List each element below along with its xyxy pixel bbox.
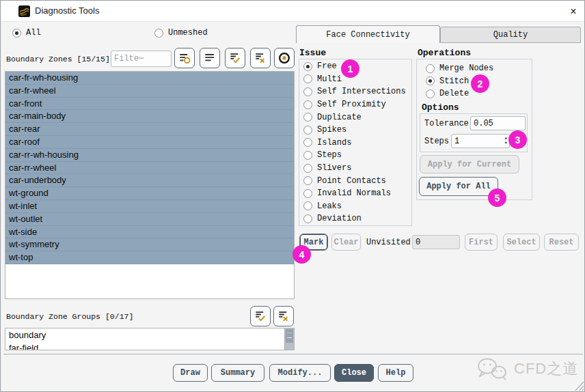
tab-quality[interactable]: Quality: [440, 27, 581, 43]
select-all-groups-button[interactable]: [250, 306, 271, 326]
issue-option-point-contacts[interactable]: Point Contacts: [303, 174, 411, 187]
radio-icon: [303, 100, 312, 109]
annotation-badge-5: 5: [488, 188, 506, 207]
radio-label: Free: [317, 61, 337, 71]
radio-icon: [303, 74, 312, 83]
radio-icon: [303, 214, 312, 223]
page-title: Diagnostic Tools: [35, 5, 99, 16]
draw-selection-button[interactable]: [274, 48, 295, 68]
radio-icon: [154, 29, 163, 38]
issue-option-islands[interactable]: Islands: [303, 137, 411, 150]
radio-label: Leaks: [317, 201, 342, 211]
title-bar: Diagnostic Tools ×: [1, 1, 584, 22]
zone-list-item[interactable]: wt-top: [5, 251, 294, 264]
zone-list-item[interactable]: car-rr-wh-housing: [5, 149, 294, 162]
radio-icon: [303, 176, 312, 185]
issue-option-deviation[interactable]: Deviation: [303, 212, 411, 225]
apply-for-current-button[interactable]: Apply for Current: [420, 155, 519, 173]
annotation-badge-3: 3: [508, 130, 527, 149]
zone-filter-input[interactable]: [111, 51, 172, 67]
filter-options-button[interactable]: [174, 48, 195, 68]
tab-face-connectivity[interactable]: Face Connectivity: [296, 25, 440, 43]
radio-label: Slivers: [317, 163, 351, 173]
scope-radio-all[interactable]: All: [12, 28, 41, 38]
boundary-zones-label: Boundary Zones [15/15]: [6, 55, 110, 64]
modify-button[interactable]: Modify...: [269, 364, 331, 382]
issue-option-steps[interactable]: Steps: [303, 149, 411, 162]
radio-label: Delete: [439, 89, 469, 98]
zone-list-item[interactable]: car-fr-wh-housing: [5, 72, 294, 85]
zone-list-item[interactable]: car-underbody: [5, 174, 294, 187]
tolerance-input[interactable]: [470, 116, 526, 130]
clear-button[interactable]: Clear: [331, 234, 361, 251]
issue-option-multi[interactable]: Multi: [303, 73, 411, 86]
scrollbar-thumb[interactable]: [286, 329, 293, 343]
issue-option-invalid-normals[interactable]: Invalid Normals: [303, 187, 411, 200]
zone-list-item[interactable]: car-fr-wheel: [5, 85, 294, 98]
radio-icon: [426, 76, 435, 85]
steps-spinner[interactable]: ▲▼: [504, 135, 507, 148]
list-icon: [203, 51, 217, 65]
deselect-all-groups-button[interactable]: [273, 306, 294, 326]
issue-option-leaks[interactable]: Leaks: [303, 200, 411, 213]
first-button[interactable]: First: [465, 234, 498, 251]
radio-label: Islands: [317, 138, 351, 148]
zone-list-item[interactable]: car-rear: [5, 123, 294, 136]
zone-list-item[interactable]: wt-symmetry: [5, 238, 294, 251]
radio-icon: [303, 113, 312, 122]
zone-list-item[interactable]: car-main-body: [5, 110, 294, 123]
help-button[interactable]: Help: [378, 364, 413, 382]
spin-down-icon[interactable]: ▼: [504, 141, 507, 145]
zone-list-item[interactable]: wt-inlet: [5, 200, 294, 213]
issue-option-duplicate[interactable]: Duplicate: [303, 111, 411, 124]
group-list-item[interactable]: boundary: [5, 328, 294, 341]
issue-option-slivers[interactable]: Slivers: [303, 162, 411, 175]
diagnostic-tools-dialog: Diagnostic Tools × All Unmeshed Boundary…: [0, 0, 585, 392]
tab-label: Quality: [493, 30, 528, 40]
close-icon[interactable]: ×: [565, 3, 582, 20]
zone-list-item[interactable]: wt-side: [5, 226, 294, 239]
scope-radio-unmeshed[interactable]: Unmeshed: [154, 28, 208, 38]
apply-for-all-button[interactable]: Apply for All: [419, 177, 498, 196]
deselect-all-zones-button[interactable]: [250, 48, 271, 68]
group-list-item[interactable]: far-field: [5, 341, 294, 350]
filter-icon: [178, 51, 191, 65]
groups-scrollbar[interactable]: [284, 328, 294, 350]
deselect-all-icon: [277, 309, 290, 323]
zone-list-item[interactable]: wt-ground: [5, 187, 294, 200]
annotation-badge-1: 1: [341, 59, 359, 78]
radio-label: Point Contacts: [317, 176, 386, 186]
radio-icon: [426, 89, 435, 98]
radio-icon: [303, 201, 312, 210]
radio-icon: [303, 87, 312, 96]
list-options-button[interactable]: [200, 48, 220, 68]
issue-option-self-intersections[interactable]: Self Intersections: [303, 85, 411, 98]
radio-label: Stitch: [439, 76, 469, 86]
unvisited-count-field[interactable]: [412, 235, 460, 249]
draw-button[interactable]: Draw: [173, 364, 208, 382]
zone-list-item[interactable]: car-rr-wheel: [5, 162, 294, 175]
issue-option-self-proximity[interactable]: Self Proximity: [303, 98, 411, 111]
zone-list-item[interactable]: wt-outlet: [5, 213, 294, 226]
select-button[interactable]: Select: [503, 234, 540, 251]
resize-grip[interactable]: [575, 380, 584, 391]
select-all-zones-button[interactable]: [225, 48, 245, 68]
radio-label: Deviation: [317, 214, 362, 223]
summary-button[interactable]: Summary: [211, 364, 264, 382]
radio-label: Self Intersections: [317, 87, 406, 96]
radio-label: Spikes: [317, 125, 346, 135]
reset-button[interactable]: Reset: [544, 234, 579, 251]
operation-merge-nodes[interactable]: Merge Nodes: [426, 62, 528, 75]
close-button[interactable]: Close: [334, 364, 374, 382]
radio-icon: [303, 126, 312, 135]
annotation-badge-4: 4: [292, 245, 311, 264]
radio-label: Duplicate: [317, 113, 362, 122]
watermark: CFD之道: [476, 357, 578, 380]
annotation-badge-2: 2: [471, 74, 489, 93]
issue-option-spikes[interactable]: Spikes: [303, 124, 411, 137]
radio-label: All: [26, 28, 41, 38]
steps-input[interactable]: [451, 134, 510, 148]
operations-group-label: Operations: [418, 48, 471, 58]
zone-list-item[interactable]: car-roof: [5, 136, 294, 149]
zone-list-item[interactable]: car-front: [5, 98, 294, 111]
